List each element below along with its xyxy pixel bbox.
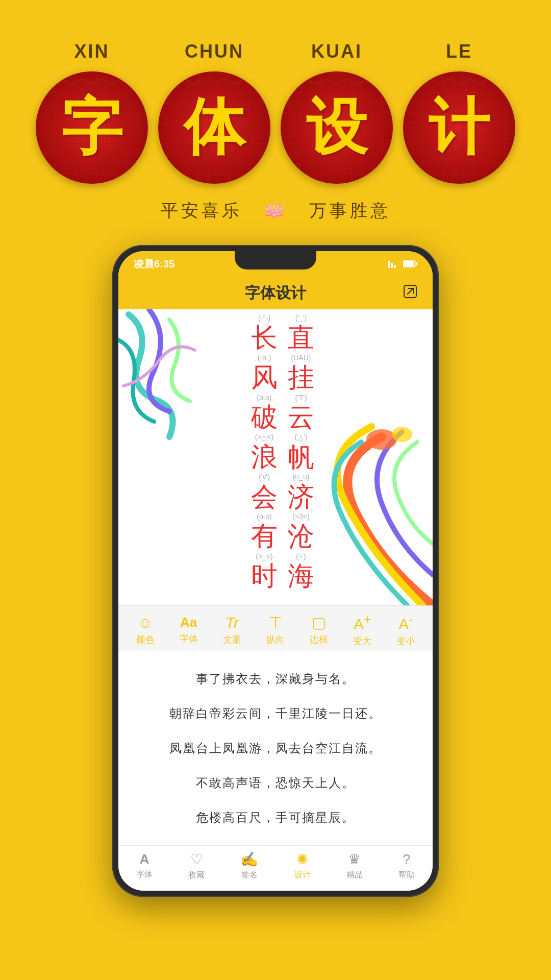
char-1-1: 长 [251,322,278,354]
circle-chun: 体 [158,71,270,184]
nav-favorites[interactable]: ♡ 收藏 [188,851,205,880]
nav-premium-icon: ♛ [348,851,361,868]
char-kuai: 设 [306,86,367,169]
toolbar-vertical[interactable]: ⊤ 纵向 [266,614,285,646]
vertical-label: 纵向 [266,633,285,646]
nav-premium-label: 精品 [346,870,363,880]
share-icon[interactable] [403,284,417,302]
nav-help-icon: ? [403,851,411,868]
ann-2-1: (-o-) [258,354,271,362]
poem-columns: (-°-) 长 (-o-) 风 (o.o) 破 (>△<) 浪 ('v') 会 … [247,314,318,592]
smaller-label: 变小 [396,635,415,647]
toolbar-smaller[interactable]: A- 变小 [396,612,415,647]
nav-signature-label: 签名 [241,870,258,880]
phone-notch [235,251,316,270]
text-list-item-3: 不敢高声语，恐惊天上人。 [139,766,412,800]
status-icons [388,260,417,268]
ann-6-1: (o-o) [257,513,272,521]
larger-label: 变大 [353,635,371,647]
ann-2-2: (UAU) [291,354,311,362]
ann-6-2: (>3<) [292,513,309,521]
nav-help[interactable]: ? 帮助 [398,851,415,880]
text-list-item-0: 事了拂衣去，深藏身与名。 [139,662,412,696]
pinyin-item-xin: XIN 字 [31,41,153,184]
nav-design[interactable]: ✺ 设计 [294,851,311,880]
ann-7-1: (>_<) [256,553,272,560]
pinyin-le: LE [446,41,472,62]
font-label: 字体 [180,632,198,645]
pinyin-item-le: LE 计 [398,41,520,184]
char-6-1: 有 [251,521,278,552]
nav-font[interactable]: A 字体 [136,851,153,880]
char-4-1: 浪 [251,442,278,473]
color-label: 颜色 [136,633,155,646]
border-icon: ▢ [312,614,326,631]
char-3-2: 云 [288,402,314,433]
char-xin: 字 [61,86,122,169]
color-icon: ☺ [137,614,153,631]
top-section: XIN 字 CHUN 体 KUAI 设 LE 计 平安喜乐 [0,0,551,223]
smaller-icon: A- [398,612,413,633]
toolbar-color[interactable]: ☺ 颜色 [136,614,155,646]
char-7-1: 时 [251,560,278,592]
toolbar-font[interactable]: Aa 字体 [180,615,198,645]
status-time: 凌晨6:35 [134,257,174,271]
left-subtitle: 平安喜乐 [161,199,242,223]
svg-rect-2 [394,265,396,268]
text-label: 文案 [223,633,241,646]
ann-4-2: ('△') [294,433,308,441]
subtitle-row: 平安喜乐 🪷 万事胜意 [161,199,391,223]
poem-col-1: (-°-) 长 (-o-) 风 (o.o) 破 (>△<) 浪 ('v') 会 … [247,314,282,592]
toolbar-larger[interactable]: A+ 变大 [353,612,371,647]
poem-col-2: ('_') 直 (UAU) 挂 ('T') 云 ('△') 帆 (u_u) 济 … [284,314,318,592]
char-le: 计 [429,86,490,169]
ann-5-2: (u_u) [293,473,310,481]
svg-rect-4 [416,262,417,265]
nav-favorites-icon: ♡ [190,851,203,868]
border-label: 边框 [310,633,328,646]
pinyin-item-kuai: KUAI 设 [276,41,398,184]
phone-section: 凌晨6:35 字体设计 [112,245,439,897]
text-list-item-4: 危楼高百尺，手可摘星辰。 [139,800,412,835]
text-list-item-1: 朝辞白帝彩云间，千里江陵一日还。 [139,696,412,731]
app-title: 字体设计 [245,283,306,304]
bottom-nav: A 字体 ♡ 收藏 ✍ 签名 ✺ 设计 ♛ 精品 [118,845,433,891]
char-1-2: 直 [288,322,314,354]
svg-rect-0 [388,261,390,268]
ann-1-2: ('_') [295,314,307,322]
text-list-area: 事了拂衣去，深藏身与名。 朝辞白帝彩云间，千里江陵一日还。 凤凰台上凤凰游，凤去… [118,651,433,845]
text-icon: Tr [226,614,239,631]
char-4-2: 帆 [288,442,314,473]
toolbar-text[interactable]: Tr 文案 [223,614,241,646]
text-list-item-2: 凤凰台上凤凰游，凤去台空江自流。 [139,731,412,766]
nav-font-label: 字体 [136,869,153,880]
char-6-2: 沧 [288,521,314,552]
phone-frame: 凌晨6:35 字体设计 [112,245,439,897]
circle-le: 计 [403,71,515,184]
battery-icon [403,260,417,268]
pinyin-kuai: KUAI [311,41,362,62]
ann-7-2: ('-') [296,553,306,560]
toolbar: ☺ 颜色 Aa 字体 Tr 文案 ⊤ 纵向 ▢ 边框 [118,605,433,651]
app-header: 字体设计 [118,277,433,309]
ann-3-2: ('T') [295,394,307,402]
ann-5-1: ('v') [259,473,270,481]
circle-kuai: 设 [281,71,393,184]
svg-rect-1 [391,263,393,268]
char-chun: 体 [184,86,245,169]
nav-signature[interactable]: ✍ 签名 [240,851,258,880]
char-2-2: 挂 [288,362,314,394]
toolbar-border[interactable]: ▢ 边框 [310,614,328,646]
wifi-icon [388,260,399,268]
ann-1-1: (-°-) [258,314,270,322]
nav-design-label: 设计 [294,870,311,880]
char-7-2: 海 [288,560,314,592]
font-icon: Aa [180,615,197,630]
nav-premium[interactable]: ♛ 精品 [346,851,363,880]
svg-point-8 [392,427,412,442]
char-2-1: 风 [251,362,278,394]
vertical-icon: ⊤ [269,614,282,631]
larger-icon: A+ [354,612,371,633]
nav-favorites-label: 收藏 [188,870,205,880]
char-5-1: 会 [251,481,278,513]
